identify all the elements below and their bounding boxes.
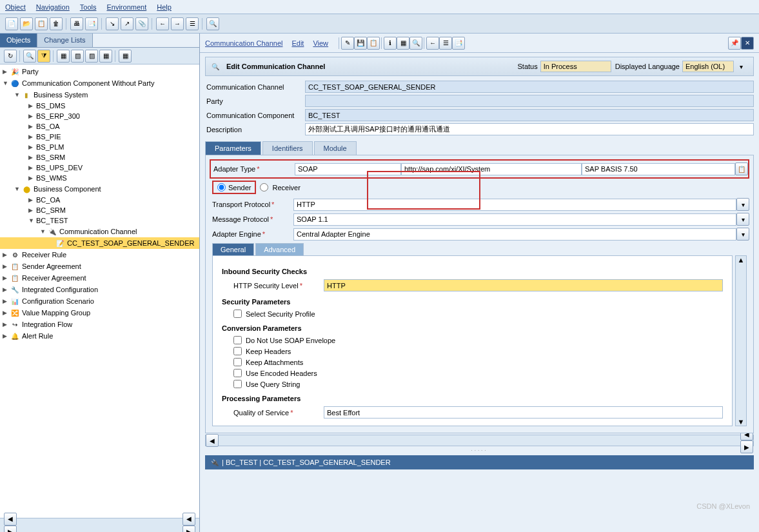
tree-bs-ups[interactable]: ▶BS_UPS_DEV [0,163,199,173]
copy2-icon[interactable]: 📋 [367,37,380,50]
open-icon[interactable]: 📂 [20,17,33,30]
tree-cs[interactable]: ▶📊Configuration Scenario [0,295,199,307]
menu-environment[interactable]: Environment [106,3,146,11]
link-commchannel[interactable]: Communication Channel [205,39,282,47]
receiver-radio[interactable] [260,183,268,192]
side-scroll-right-icon[interactable]: ▶ [4,526,17,533]
adapter-type-value[interactable]: SOAP [295,163,401,175]
obj-help-icon[interactable]: 📑 [452,37,465,50]
tree-filter-icon[interactable]: ⧩ [37,50,50,63]
delete-icon[interactable]: 🗑 [50,17,63,30]
ssp-checkbox[interactable] [233,310,242,318]
tree-bs-oa[interactable]: ▶BS_OA [0,121,199,132]
tree-hier2-icon[interactable]: ▨ [71,50,84,63]
tree-bc-oa[interactable]: ▶BC_OA [0,195,199,205]
tree-bs-erp[interactable]: ▶BS_ERP_300 [0,111,199,121]
content-hscroll[interactable]: ◀◀▶ [205,435,754,446]
subtab-general[interactable]: General [212,243,254,255]
qos-dropdown[interactable] [324,406,723,419]
tab-module[interactable]: Module [314,141,357,155]
adapter-f4-icon[interactable]: 📋 [735,163,748,175]
check-icon[interactable]: ℹ [384,37,397,50]
c1-checkbox[interactable] [233,336,242,344]
back-icon[interactable]: ← [156,17,169,30]
side-scroll-right2-icon[interactable]: ▶ [182,526,195,533]
tree-bs-pie[interactable]: ▶BS_PIE [0,132,199,142]
subtab-advanced[interactable]: Advanced [255,243,304,255]
scroll-down-icon[interactable]: ▼ [738,418,745,426]
tab-objects[interactable]: Objects [0,34,37,47]
c3-checkbox[interactable] [233,358,242,366]
menu-navigation[interactable]: Navigation [36,3,70,11]
tp-dropdown[interactable]: HTTP [293,199,736,211]
tree-sort-icon[interactable]: ▦ [119,50,132,63]
menu-tools[interactable]: Tools [80,3,97,11]
tree-hier4-icon[interactable]: ▦ [99,50,112,63]
mp-dd-icon[interactable]: ▾ [736,213,749,226]
object-tree[interactable]: ▶🎉Party ▼🔵Communication Component Withou… [0,64,199,518]
menu-help[interactable]: Help [157,3,172,11]
tree-vmg[interactable]: ▶🔀Value Mapping Group [0,307,199,319]
side-scroll-left-icon[interactable]: ◀ [4,513,17,526]
c2-checkbox[interactable] [233,347,242,355]
import-icon[interactable]: ↘ [106,17,119,30]
h-left-icon[interactable]: ◀ [206,434,219,447]
list-icon[interactable]: ☰ [186,17,199,30]
copy-icon[interactable]: 📋 [35,17,48,30]
hsl-dropdown[interactable] [324,279,723,291]
edit-icon[interactable]: ✎ [341,37,354,50]
desc-input[interactable] [305,123,754,135]
tree-ic[interactable]: ▶🔧Integrated Configuration [0,284,199,295]
tree-party[interactable]: ▶🎉Party [0,66,199,77]
mp-dropdown[interactable]: SOAP 1.1 [293,213,736,226]
pin-icon[interactable]: 📌 [728,37,741,50]
link-edit[interactable]: Edit [291,39,304,47]
ae-dropdown[interactable]: Central Adapter Engine [293,228,736,241]
tree-ccwp[interactable]: ▼🔵Communication Component Without Party [0,77,199,89]
sender-radio[interactable] [217,183,226,192]
dropdown-icon[interactable]: ▾ [736,62,745,71]
new-icon[interactable]: 📄 [5,17,18,30]
tree-bs[interactable]: ▼▮Business System [0,89,199,101]
tp-dd-icon[interactable]: ▾ [736,198,749,211]
general-scroll[interactable]: Inbound Security Checks HTTP Security Le… [212,255,733,426]
c4-checkbox[interactable] [233,369,242,377]
close-icon[interactable]: ✕ [741,37,754,50]
tab-parameters[interactable]: Parameters [205,141,261,155]
tree-bs-dms[interactable]: ▶BS_DMS [0,101,199,111]
tree-if[interactable]: ▶↪Integration Flow [0,319,199,330]
fwd-icon[interactable]: → [171,17,184,30]
c5-checkbox[interactable] [233,380,242,388]
print-icon[interactable]: 🖶 [70,17,83,30]
side-scroll-left2-icon[interactable]: ◀ [182,513,195,526]
lang-value[interactable] [682,61,734,72]
obj-nav-icon[interactable]: ← [426,37,439,50]
tree-hier3-icon[interactable]: ▨ [85,50,98,63]
tree-commch[interactable]: ▼🔌Communication Channel [0,226,199,237]
ae-dd-icon[interactable]: ▾ [736,228,749,241]
tab-identifiers[interactable]: Identifiers [262,141,313,155]
tree-bc-srm[interactable]: ▶BC_SRM [0,205,199,215]
tree-bs-plm[interactable]: ▶BS_PLM [0,142,199,152]
tree-ra[interactable]: ▶📋Receiver Agreement [0,272,199,284]
obj-list-icon[interactable]: ☰ [439,37,452,50]
save-icon[interactable]: 💾 [354,37,367,50]
tree-rr[interactable]: ▶⚙Receiver Rule [0,249,199,261]
ref-icon[interactable]: 📎 [135,17,148,30]
tab-changelists[interactable]: Change Lists [37,34,92,47]
tree-bc-test[interactable]: ▼BC_TEST [0,215,199,226]
tree-cc-item[interactable]: 📝CC_TEST_SOAP_GENERAL_SENDER [0,237,199,249]
tree-bs-wms[interactable]: ▶BS_WMS [0,173,199,183]
tree-bs-srm[interactable]: ▶BS_SRM [0,152,199,163]
scroll-up-icon[interactable]: ▲ [738,256,745,264]
whereused-icon[interactable]: 🔍 [409,37,422,50]
tree-hier-icon[interactable]: ▦ [57,50,70,63]
search-icon[interactable]: 🔍 [206,17,219,30]
export-icon[interactable]: ↗ [121,17,133,30]
tree-ar[interactable]: ▶🔔Alert Rule [0,330,199,342]
tree-refresh-icon[interactable]: ↻ [4,50,17,63]
tree-bc[interactable]: ▼⬤Business Component [0,183,199,195]
doc-icon[interactable]: 📑 [85,17,98,30]
split-handle[interactable]: ····· [200,448,759,453]
tree-find-icon[interactable]: 🔍 [23,50,36,63]
